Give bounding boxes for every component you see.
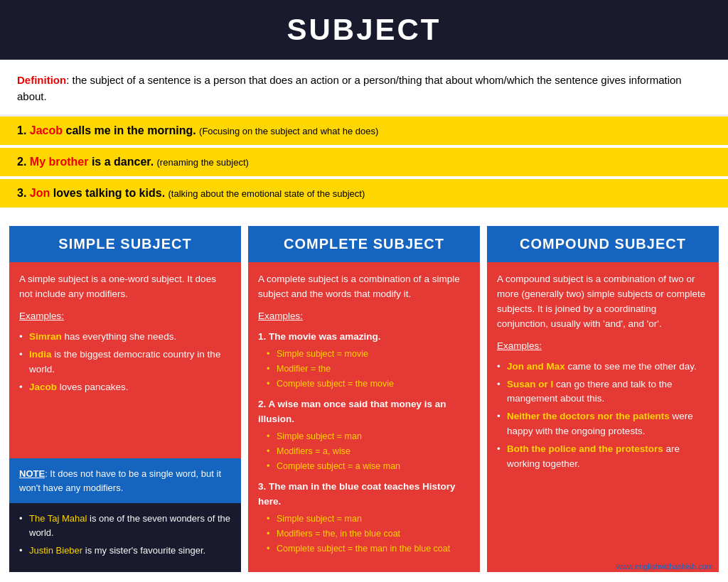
example-1-note: (Focusing on the subject and what he doe…: [199, 126, 378, 136]
complete-example-3-num: 3. The man in the blue coat teaches Hist…: [258, 480, 470, 510]
complete-example-1-bold: The movie: [269, 331, 316, 342]
definition-section: Definition: the subject of a sentence is…: [0, 60, 728, 117]
bullet-subject: Both the police and the protestors: [507, 443, 663, 454]
complete-example-2-num: 2. A wise man once said that money is an…: [258, 397, 470, 427]
example-3-note: (talking about the emotional state of th…: [168, 188, 365, 199]
simple-subject-examples-label: Examples:: [19, 309, 231, 324]
complete-subject-description: A complete subject is a combination of a…: [258, 272, 470, 302]
complete-example-3-bold: The man in the blue coat: [269, 481, 381, 492]
definition-text: : the subject of a sentence is a person …: [17, 74, 682, 102]
list-item: Modifier = the: [267, 362, 470, 376]
simple-subject-col: SIMPLE SUBJECT A simple subject is a one…: [9, 226, 241, 572]
list-item: Susan or I can go there and talk to the …: [497, 377, 709, 407]
bullet-rest: came to see me the other day.: [565, 361, 697, 372]
page-title: SUBJECT: [14, 13, 714, 47]
example-3-rest: loves talking to kids.: [50, 187, 168, 199]
note-label: NOTE: [19, 468, 45, 479]
example-2-note: (renaming the subject): [157, 157, 249, 168]
bullet-subject: Simran: [29, 331, 62, 342]
compound-subject-description: A compound subject is a combination of t…: [497, 272, 709, 332]
complete-example-3-bullets: Simple subject = man Modifiers = the, in…: [258, 512, 470, 556]
list-item: Justin Bieber is my sister's favourite s…: [19, 544, 231, 558]
example-1-subject: Jacob: [30, 124, 63, 136]
example-1-number: 1.: [17, 124, 30, 136]
list-item: Simple subject = man: [267, 512, 470, 526]
bullet-rest: is the biggest democratic country in the…: [29, 349, 220, 374]
list-item: The Taj Mahal is one of the seven wonder…: [19, 512, 231, 540]
example-3-subject: Jon: [30, 187, 50, 199]
list-item: Modifiers = the, in the blue coat: [267, 527, 470, 541]
list-item: Complete subject = the man in the blue c…: [267, 542, 470, 556]
compound-subject-header: COMPOUND SUBJECT: [487, 226, 719, 262]
list-item: Complete subject = a wise man: [267, 460, 470, 473]
page-header: SUBJECT: [0, 0, 728, 60]
example-2-number: 2.: [17, 156, 30, 168]
example-row-3: 3. Jon loves talking to kids. (talking a…: [0, 179, 728, 208]
list-item: Modifiers = a, wise: [267, 445, 470, 458]
note-text: : It does not have to be a single word, …: [19, 468, 221, 493]
bullet-subject: Neither the doctors nor the patients: [507, 411, 670, 421]
bullet-subject: Susan or I: [507, 379, 553, 389]
website-text: www.englishwithashish.com: [616, 562, 713, 571]
numbered-examples-section: 1. Jacob calls me in the morning. (Focus…: [0, 117, 728, 217]
bullet-rest: is my sister's favourite singer.: [82, 545, 205, 556]
list-item: Both the police and the protestors are w…: [497, 442, 709, 472]
simple-subject-bottom-bullets: The Taj Mahal is one of the seven wonder…: [19, 512, 231, 557]
complete-example-1-bullets: Simple subject = movie Modifier = the Co…: [258, 347, 470, 392]
list-item: Jon and Max came to see me the other day…: [497, 360, 709, 374]
example-3-number: 3.: [17, 187, 30, 199]
definition-label: Definition: [17, 74, 66, 86]
compound-subject-col: COMPOUND SUBJECT A compound subject is a…: [487, 226, 719, 572]
simple-subject-bottom: The Taj Mahal is one of the seven wonder…: [9, 503, 241, 571]
bullet-subject: Justin Bieber: [29, 545, 82, 556]
complete-example-1-num: 1. The movie was amazing.: [258, 330, 470, 345]
complete-subject-header: COMPLETE SUBJECT: [248, 226, 480, 262]
website-label: www.englishwithashish.com: [487, 559, 719, 572]
simple-subject-header: SIMPLE SUBJECT: [9, 226, 241, 262]
complete-example-2-bold: A wise man: [269, 399, 321, 409]
example-2-subject: My brother: [30, 156, 89, 168]
simple-subject-note-box: NOTE: It does not have to be a single wo…: [9, 458, 241, 503]
bullet-rest: has everything she needs.: [62, 331, 176, 342]
list-item: Simple subject = movie: [267, 347, 470, 361]
complete-example-2-bullets: Simple subject = man Modifiers = a, wise…: [258, 430, 470, 474]
bullet-subject: Jacob: [29, 382, 57, 392]
simple-subject-body: A simple subject is a one-word subject. …: [9, 262, 241, 458]
bullet-subject: Jon and Max: [507, 361, 565, 372]
example-2-rest: is a dancer.: [88, 156, 156, 168]
list-item: Jacob loves pancakes.: [19, 380, 231, 395]
columns-wrapper: SIMPLE SUBJECT A simple subject is a one…: [0, 226, 728, 581]
example-1-rest: calls me in the morning.: [63, 124, 199, 136]
simple-subject-description: A simple subject is a one-word subject. …: [19, 272, 231, 302]
list-item: Complete subject = the movie: [267, 377, 470, 391]
bullet-subject: The Taj Mahal: [29, 513, 87, 524]
compound-subject-body: A compound subject is a combination of t…: [487, 262, 719, 559]
compound-subject-bullets: Jon and Max came to see me the other day…: [497, 360, 709, 472]
list-item: Simple subject = man: [267, 430, 470, 443]
example-row-1: 1. Jacob calls me in the morning. (Focus…: [0, 117, 728, 145]
complete-subject-body: A complete subject is a combination of a…: [248, 262, 480, 572]
list-item: Neither the doctors nor the patients wer…: [497, 409, 709, 439]
complete-subject-col: COMPLETE SUBJECT A complete subject is a…: [248, 226, 480, 572]
example-row-2: 2. My brother is a dancer. (renaming the…: [0, 148, 728, 176]
compound-subject-examples-label: Examples:: [497, 339, 709, 354]
bullet-rest: loves pancakes.: [57, 382, 129, 392]
list-item: India is the biggest democratic country …: [19, 347, 231, 377]
complete-subject-examples-label: Examples:: [258, 309, 470, 324]
bullet-subject: India: [29, 349, 52, 360]
simple-subject-bullets: Simran has everything she needs. India i…: [19, 330, 231, 395]
list-item: Simran has everything she needs.: [19, 330, 231, 345]
